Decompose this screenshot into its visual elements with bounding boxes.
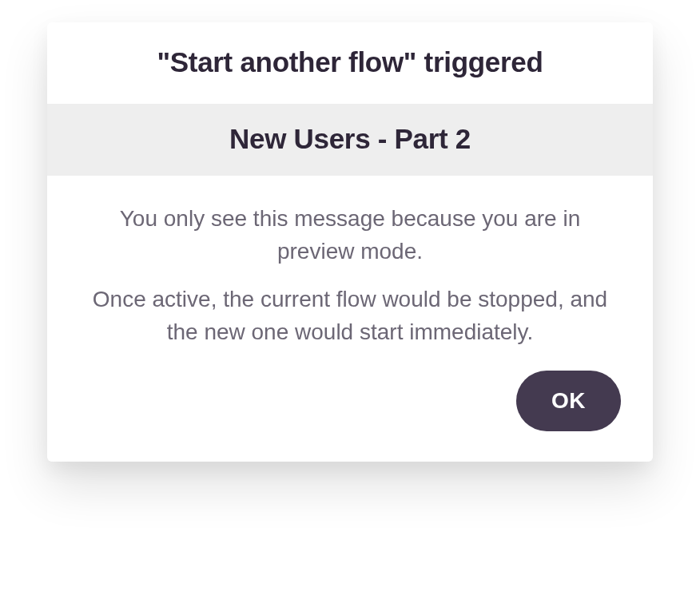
modal-footer: OK: [79, 348, 621, 431]
modal-header: "Start another flow" triggered: [47, 22, 653, 104]
modal-subheader: New Users - Part 2: [47, 104, 653, 176]
modal-title: "Start another flow" triggered: [63, 46, 637, 78]
modal-subtitle: New Users - Part 2: [63, 123, 637, 155]
modal-body: You only see this message because you ar…: [47, 176, 653, 462]
ok-button[interactable]: OK: [516, 371, 621, 431]
modal-body-text-1: You only see this message because you ar…: [79, 203, 621, 268]
dialog-modal: "Start another flow" triggered New Users…: [47, 22, 653, 462]
modal-body-text-2: Once active, the current flow would be s…: [79, 284, 621, 348]
